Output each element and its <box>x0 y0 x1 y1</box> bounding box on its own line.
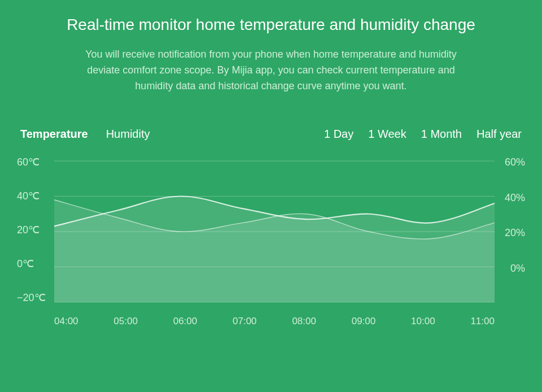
x-tick: 11:00 <box>470 316 495 327</box>
y-tick-left: 20℃ <box>17 224 51 236</box>
y-tick-left: 40℃ <box>17 190 51 202</box>
page: Real-time monitor home temperature and h… <box>0 0 542 392</box>
chart-area: 60℃ 40℃ 20℃ 0℃ −20℃ 60% 40% 20% 0% 04:00… <box>17 156 525 392</box>
y-tick-right: 60% <box>505 156 525 168</box>
metric-tabs: Temperature Humidity <box>20 128 150 141</box>
tabs-row: Temperature Humidity 1 Day 1 Week 1 Mont… <box>0 128 542 141</box>
x-tick: 09:00 <box>352 316 376 327</box>
y-tick-left: −20℃ <box>17 292 51 303</box>
page-subtitle: You will receive notification from your … <box>68 46 474 94</box>
x-tick: 06:00 <box>173 316 198 327</box>
y-tick-right: 20% <box>505 227 525 238</box>
x-tick: 04:00 <box>54 316 78 327</box>
y-tick-right: 40% <box>505 192 525 203</box>
x-tick: 10:00 <box>411 316 435 327</box>
x-tick: 08:00 <box>292 316 316 327</box>
range-tabs: 1 Day 1 Week 1 Month Half year <box>324 128 522 141</box>
y-axis-left: 60℃ 40℃ 20℃ 0℃ −20℃ <box>17 156 51 303</box>
tab-1-week[interactable]: 1 Week <box>368 128 406 141</box>
y-tick-left: 60℃ <box>17 156 51 168</box>
page-title: Real-time monitor home temperature and h… <box>0 16 542 34</box>
x-tick: 07:00 <box>233 316 257 327</box>
x-axis: 04:00 05:00 06:00 07:00 08:00 09:00 10:0… <box>54 316 495 327</box>
tab-half-year[interactable]: Half year <box>477 128 522 141</box>
x-tick: 05:00 <box>113 316 138 327</box>
header: Real-time monitor home temperature and h… <box>0 0 542 94</box>
tab-humidity[interactable]: Humidity <box>106 128 150 141</box>
tab-1-day[interactable]: 1 Day <box>324 128 353 141</box>
y-tick-right: 0% <box>510 263 525 274</box>
curves-svg <box>54 161 495 302</box>
tab-temperature[interactable]: Temperature <box>20 128 88 141</box>
y-tick-left: 0℃ <box>17 258 51 269</box>
plot <box>54 161 495 302</box>
tab-1-month[interactable]: 1 Month <box>421 128 462 141</box>
y-axis-right: 60% 40% 20% 0% <box>497 156 525 274</box>
